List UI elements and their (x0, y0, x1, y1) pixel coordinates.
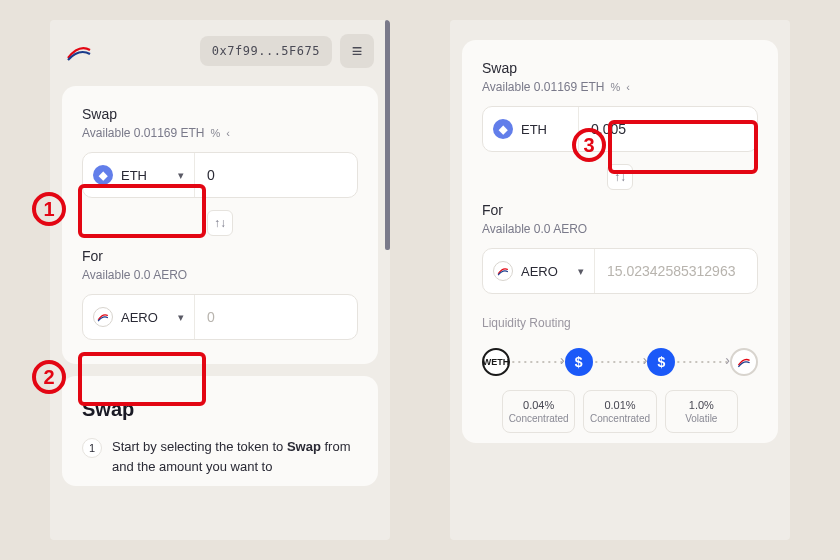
from-amount-input[interactable]: 0 (195, 153, 357, 197)
pool-chip: 0.04% Concentrated (502, 390, 575, 433)
route-connector (595, 361, 646, 363)
swap-direction-button[interactable]: ↑↓ (207, 210, 233, 236)
pool-chip: 1.0% Volatile (665, 390, 738, 433)
available-text: Available 0.01169 ETH (82, 126, 205, 140)
routing-path: WETH $ $ (482, 348, 758, 376)
pool-fee: 0.04% (507, 399, 570, 411)
callout-2: 2 (32, 360, 66, 394)
callout-1: 1 (32, 192, 66, 226)
swap-to-row: AERO ▾ 0 (82, 294, 358, 340)
swap-card: Swap Available 0.01169 ETH % ‹ ◆ ETH 0.0… (462, 40, 778, 443)
route-connector (512, 361, 563, 363)
pool-row: 0.04% Concentrated 0.01% Concentrated 1.… (482, 390, 758, 433)
info-card: Swap 1 Start by selecting the token to S… (62, 376, 378, 486)
step-text: Start by selecting the token to Swap fro… (112, 437, 358, 476)
collapse-icon[interactable]: ‹ (226, 127, 230, 139)
swap-title: Swap (82, 106, 358, 122)
left-screenshot: 0x7f99...5F675 ≡ Swap Available 0.01169 … (50, 20, 390, 540)
from-token-selector[interactable]: ◆ ETH (483, 107, 579, 151)
hamburger-icon: ≡ (352, 41, 363, 62)
swap-arrows-icon: ↑↓ (614, 170, 626, 184)
wallet-address-pill[interactable]: 0x7f99...5F675 (200, 36, 332, 66)
pool-type: Volatile (670, 413, 733, 424)
available-row: Available 0.01169 ETH % ‹ (482, 80, 758, 94)
for-available-text: Available 0.0 AERO (82, 268, 187, 282)
chevron-down-icon: ▾ (578, 265, 584, 278)
for-available-row: Available 0.0 AERO (482, 222, 758, 236)
chevron-down-icon: ▾ (178, 169, 184, 182)
menu-button[interactable]: ≡ (340, 34, 374, 68)
slippage-icon[interactable]: % (611, 81, 621, 93)
for-available-text: Available 0.0 AERO (482, 222, 587, 236)
swap-arrows-icon: ↑↓ (214, 216, 226, 230)
to-amount-input[interactable]: 15.02342585312963 (595, 249, 757, 293)
pool-fee: 1.0% (670, 399, 733, 411)
for-title: For (482, 202, 758, 218)
pool-type: Concentrated (588, 413, 651, 424)
info-title: Swap (82, 398, 358, 421)
scrollbar[interactable] (385, 20, 390, 250)
route-node-aero (730, 348, 758, 376)
swap-direction-button[interactable]: ↑↓ (607, 164, 633, 190)
eth-icon: ◆ (493, 119, 513, 139)
route-node-weth: WETH (482, 348, 510, 376)
swap-from-row: ◆ ETH 0.005 (482, 106, 758, 152)
callout-3: 3 (572, 128, 606, 162)
to-amount-input[interactable]: 0 (195, 295, 357, 339)
chevron-down-icon: ▾ (178, 311, 184, 324)
to-token-label: AERO (521, 264, 558, 279)
for-title: For (82, 248, 358, 264)
route-node-usdc: $ (565, 348, 593, 376)
pool-fee: 0.01% (588, 399, 651, 411)
aero-icon (93, 307, 113, 327)
to-token-selector[interactable]: AERO ▾ (83, 295, 195, 339)
pool-chip: 0.01% Concentrated (583, 390, 656, 433)
from-token-label: ETH (521, 122, 547, 137)
available-row: Available 0.01169 ETH % ‹ (82, 126, 358, 140)
swap-title: Swap (482, 60, 758, 76)
routing-title: Liquidity Routing (482, 316, 758, 330)
aerodrome-logo (66, 40, 92, 62)
right-screenshot: Swap Available 0.01169 ETH % ‹ ◆ ETH 0.0… (450, 20, 790, 540)
slippage-icon[interactable]: % (211, 127, 221, 139)
pool-type: Concentrated (507, 413, 570, 424)
swap-from-row: ◆ ETH ▾ 0 (82, 152, 358, 198)
route-connector (677, 361, 728, 363)
swap-card: Swap Available 0.01169 ETH % ‹ ◆ ETH ▾ 0… (62, 86, 378, 364)
to-token-label: AERO (121, 310, 158, 325)
to-token-selector[interactable]: AERO ▾ (483, 249, 595, 293)
route-node-usdc: $ (647, 348, 675, 376)
top-bar: 0x7f99...5F675 ≡ (50, 20, 390, 74)
step-row: 1 Start by selecting the token to Swap f… (82, 437, 358, 476)
step-number: 1 (82, 438, 102, 458)
for-available-row: Available 0.0 AERO (82, 268, 358, 282)
collapse-icon[interactable]: ‹ (626, 81, 630, 93)
swap-to-row: AERO ▾ 15.02342585312963 (482, 248, 758, 294)
from-token-label: ETH (121, 168, 147, 183)
eth-icon: ◆ (93, 165, 113, 185)
available-text: Available 0.01169 ETH (482, 80, 605, 94)
aero-icon (493, 261, 513, 281)
from-token-selector[interactable]: ◆ ETH ▾ (83, 153, 195, 197)
